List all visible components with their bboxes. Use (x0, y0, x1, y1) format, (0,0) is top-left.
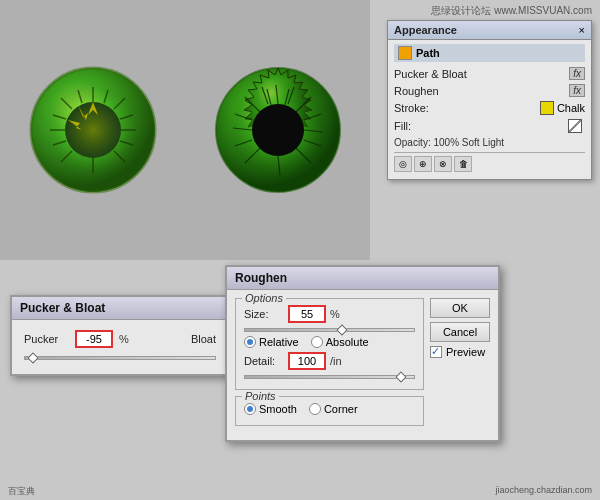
absolute-radio-dot[interactable] (311, 336, 323, 348)
detail-unit: /in (330, 355, 342, 367)
detail-row: Detail: 100 /in (244, 352, 415, 370)
roughen-main-area: Options Size: 55 % Relative (235, 298, 424, 432)
pucker-percent: % (119, 333, 129, 345)
pucker-value[interactable]: -95 (75, 330, 113, 348)
relative-radio[interactable]: Relative (244, 336, 299, 348)
size-slider-track[interactable] (244, 328, 415, 332)
pucker-slider-track[interactable] (24, 356, 216, 360)
appearance-panel-titlebar: Appearance × (388, 21, 591, 40)
size-value[interactable]: 55 (288, 305, 326, 323)
watermark-text: 思绿设计论坛 www.MISSVUAN.com (431, 4, 592, 18)
detail-slider-track[interactable] (244, 375, 415, 379)
size-unit: % (330, 308, 340, 320)
size-slider-container (244, 328, 415, 332)
corner-radio-dot[interactable] (309, 403, 321, 415)
canvas-area (0, 0, 370, 260)
preview-checkbox-row: Preview (430, 346, 490, 358)
detail-slider-thumb[interactable] (395, 371, 406, 382)
pucker-dialog-body: Pucker -95 % Bloat (12, 320, 228, 374)
appearance-row-roughen[interactable]: Roughen fx (394, 82, 585, 99)
fx-badge-roughen: fx (569, 84, 585, 97)
panel-icon-add[interactable]: ◎ (394, 156, 412, 172)
panel-controls: × (579, 24, 585, 36)
appearance-panel-body: Path Pucker & Bloat fx Roughen fx Stroke… (388, 40, 591, 179)
options-group: Options Size: 55 % Relative (235, 298, 424, 390)
points-group: Points Smooth Corner (235, 396, 424, 426)
roughen-dialog: Roughen Options Size: 55 % (225, 265, 500, 442)
panel-icon-trash[interactable]: 🗑 (454, 156, 472, 172)
smooth-radio-dot[interactable] (244, 403, 256, 415)
pucker-slider-container (24, 356, 216, 360)
path-icon (398, 46, 412, 60)
bloat-label: Bloat (135, 333, 216, 345)
size-label: Size: (244, 308, 284, 320)
bottom-credits: 百宝典 jiaocheng.chazdian.com (0, 485, 600, 498)
preview-checkbox[interactable] (430, 346, 442, 358)
roughen-buttons: OK Cancel Preview (430, 298, 490, 432)
appearance-row-stroke: Stroke: Chalk (394, 99, 585, 117)
roughen-dialog-body: Options Size: 55 % Relative (227, 290, 498, 440)
detail-value[interactable]: 100 (288, 352, 326, 370)
points-legend: Points (242, 390, 279, 402)
credit-left: 百宝典 (8, 485, 35, 498)
appearance-panel-title: Appearance (394, 24, 457, 36)
cancel-button[interactable]: Cancel (430, 322, 490, 342)
panel-bottom-icons: ◎ ⊕ ⊗ 🗑 (394, 152, 585, 175)
options-legend: Options (242, 292, 286, 304)
appearance-opacity-row: Opacity: 100% Soft Light (394, 135, 585, 150)
smooth-corner-row: Smooth Corner (244, 403, 415, 415)
fx-badge-pucker: fx (569, 67, 585, 80)
pucker-row: Pucker -95 % Bloat (24, 330, 216, 348)
roughen-dialog-titlebar: Roughen (227, 267, 498, 290)
pucker-slider-thumb[interactable] (27, 352, 38, 363)
size-slider-thumb[interactable] (336, 324, 347, 335)
pucker-label: Pucker (24, 333, 69, 345)
panel-icon-dup[interactable]: ⊕ (414, 156, 432, 172)
detail-slider-container (244, 375, 415, 379)
fill-swatch (568, 119, 582, 133)
appearance-section-path: Path (394, 44, 585, 62)
pucker-bloat-dialog: Pucker & Bloat Pucker -95 % Bloat (10, 295, 230, 376)
absolute-radio[interactable]: Absolute (311, 336, 369, 348)
panel-icon-del[interactable]: ⊗ (434, 156, 452, 172)
detail-label: Detail: (244, 355, 284, 367)
relative-absolute-row: Relative Absolute (244, 336, 415, 348)
pucker-dialog-titlebar: Pucker & Bloat (12, 297, 228, 320)
smooth-radio[interactable]: Smooth (244, 403, 297, 415)
appearance-panel: Appearance × Path Pucker & Bloat fx Roug… (387, 20, 592, 180)
appearance-row-fill: Fill: (394, 117, 585, 135)
relative-radio-dot[interactable] (244, 336, 256, 348)
corner-radio[interactable]: Corner (309, 403, 358, 415)
credit-right: jiaocheng.chazdian.com (495, 485, 592, 498)
panel-icon-x: × (579, 24, 585, 36)
left-eye (28, 65, 158, 195)
size-row: Size: 55 % (244, 305, 415, 323)
ok-button[interactable]: OK (430, 298, 490, 318)
stroke-swatch (540, 101, 554, 115)
right-eye (213, 65, 343, 195)
appearance-row-pucker[interactable]: Pucker & Bloat fx (394, 65, 585, 82)
